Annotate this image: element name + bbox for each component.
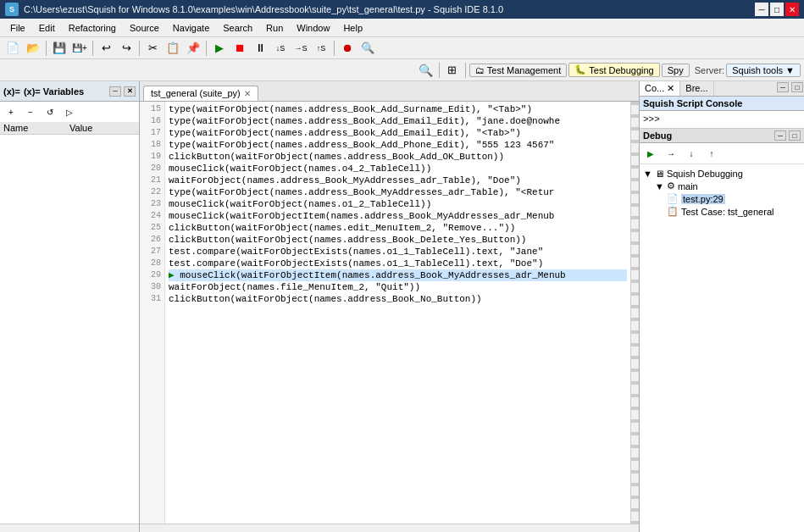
step-over-button[interactable]: →S [291,40,310,57]
testpy-label: test.py:29 [681,194,725,204]
editor-tab-tst-general[interactable]: tst_general (suite_py) ✕ [143,86,258,101]
debug-tree-item-testpy[interactable]: 📄 test.py:29 [667,192,801,205]
debug-minimize-button[interactable]: ─ [774,130,786,141]
search-toolbar-button[interactable]: 🔍 [358,40,377,57]
debug-tree: ▼ 🖥 Squish Debugging ▼ ⚙ main 📄 test.py:… [640,164,804,221]
step-out-button[interactable]: ↑S [312,40,330,57]
variables-toolbar: + − ↺ ▷ [0,102,139,122]
debug-step-over-button[interactable]: → [662,145,680,162]
debug-tree-item-squish-debugging[interactable]: ▼ 🖥 Squish Debugging [643,168,801,180]
code-line[interactable]: clickButton(waitForObject(names.address_… [169,293,627,305]
test-debugging-button[interactable]: 🐛 Test Debugging [568,63,659,77]
editor-vscrollbar[interactable] [630,102,639,524]
code-area: 1516171819202122232425262728293031 type(… [140,102,639,524]
pause-button[interactable]: ⏸ [251,40,269,57]
line-number: 18 [140,139,161,151]
view-icon-button[interactable]: ⊞ [443,62,462,79]
menu-file[interactable]: File [3,21,32,35]
code-line[interactable]: test.compare(waitForObjectExists(names.o… [169,258,627,269]
menu-source[interactable]: Source [123,21,166,35]
vars-refresh-button[interactable]: ↺ [41,103,59,120]
debug-step-into-button[interactable]: ↓ [682,145,701,162]
stop-button[interactable]: ⏹ [230,40,249,57]
save-all-button[interactable]: 💾+ [70,40,89,57]
record-button[interactable]: ⏺ [338,40,357,57]
code-line[interactable]: type(waitForObject(names.address_Book_Ad… [169,103,627,115]
copy-button[interactable]: 📋 [164,40,182,57]
code-editor-content[interactable]: 1516171819202122232425262728293031 type(… [140,102,639,524]
right-panel-tabs: Co... ✕ Bre... ─ □ [640,81,804,97]
script-console-header: Squish Script Console [640,97,804,111]
squish-tools-button[interactable]: Squish tools ▼ [726,64,801,77]
test-management-button[interactable]: 🗂 Test Management [469,64,567,77]
code-line[interactable]: type(waitForObject(names.address_Book_My… [169,186,627,198]
variables-hscrollbar[interactable] [0,524,139,532]
breakpoints-tab[interactable]: Bre... [680,81,713,96]
current-line-arrow: ▶ [169,270,180,280]
right-panel-minimize-button[interactable]: ─ [777,82,789,92]
code-line[interactable]: mouseClick(waitForObject(names.o4_2_Tabl… [169,163,627,175]
code-line[interactable]: type(waitForObject(names.address_Book_Ad… [169,127,627,139]
new-file-button[interactable]: 📄 [3,40,22,57]
debug-tree-item-testcase[interactable]: 📋 Test Case: tst_general [667,205,801,218]
spy-button[interactable]: Spy [662,64,690,77]
minimize-button[interactable]: ─ [755,3,768,16]
debug-resume-button[interactable]: ▶ [641,145,660,162]
menu-help[interactable]: Help [336,21,369,35]
debug-panel-controls: ─ □ [773,130,801,141]
menu-refactoring[interactable]: Refactoring [62,21,123,35]
code-lines-container[interactable]: type(waitForObject(names.address_Book_Ad… [165,102,630,524]
script-console-section: Squish Script Console >>> [640,97,804,129]
console-tab-close[interactable]: ✕ [667,83,674,93]
code-line[interactable]: type(waitForObject(names.address_Book_Ad… [169,115,627,127]
vars-remove-button[interactable]: − [21,103,40,120]
code-line[interactable]: ▶ mouseClick(waitForObjectItem(names.add… [169,269,627,281]
step-into-button[interactable]: ↓S [271,40,290,57]
code-line[interactable]: test.compare(waitForObjectExists(names.o… [169,246,627,258]
code-line[interactable]: mouseClick(waitForObject(names.o1_2_Tabl… [169,198,627,210]
debug-toolbar: ▶ → ↓ ↑ [640,143,804,164]
variables-close-button[interactable]: ✕ [124,86,136,97]
editor-tab-close[interactable]: ✕ [244,89,251,98]
paste-button[interactable]: 📌 [184,40,202,57]
menu-run[interactable]: Run [259,21,290,35]
debug-step-out-button[interactable]: ↑ [702,145,721,162]
line-number: 27 [140,246,161,258]
save-button[interactable]: 💾 [50,40,69,57]
open-button[interactable]: 📂 [24,40,42,57]
code-line[interactable]: clickButton(waitForObject(names.address_… [169,234,627,246]
main-label: main [678,181,698,191]
editor-tab-bar: tst_general (suite_py) ✕ [140,81,639,102]
cut-button[interactable]: ✂ [143,40,162,57]
right-panel-maximize-button[interactable]: □ [791,82,803,92]
undo-button[interactable]: ↩ [97,40,115,57]
debug-tree-item-main[interactable]: ▼ ⚙ main [655,180,801,192]
code-line[interactable]: type(waitForObject(names.address_Book_Ad… [169,139,627,151]
vars-expand-button[interactable]: ▷ [60,103,79,120]
close-button[interactable]: ✕ [785,3,799,16]
menu-search[interactable]: Search [216,21,259,35]
maximize-button[interactable]: □ [770,3,784,16]
line-number: 24 [140,210,161,222]
run-button[interactable]: ▶ [210,40,229,57]
variables-minimize-button[interactable]: ─ [109,86,121,97]
line-numbers: 1516171819202122232425262728293031 [140,102,165,524]
search-icon-button[interactable]: 🔍 [417,62,435,79]
vars-add-button[interactable]: + [2,103,20,120]
debug-label: Debug [643,130,672,141]
debug-icon: 🐛 [574,64,586,75]
menu-navigate[interactable]: Navigate [166,21,216,35]
code-line[interactable]: clickButton(waitForObject(names.address_… [169,151,627,163]
menu-window[interactable]: Window [290,21,336,35]
main-expand-icon: ▼ [655,181,664,191]
debug-maximize-button[interactable]: □ [789,130,801,141]
redo-button[interactable]: ↪ [117,40,136,57]
variables-col-value: Value [69,123,136,133]
code-line[interactable]: clickButton(waitForObject(names.edit_Men… [169,222,627,234]
code-line[interactable]: mouseClick(waitForObjectItem(names.addre… [169,210,627,222]
code-line[interactable]: waitForObject(names.address_Book_MyAddre… [169,175,627,186]
editor-hscrollbar[interactable] [140,524,639,532]
menu-edit[interactable]: Edit [32,21,62,35]
console-tab[interactable]: Co... ✕ [640,81,680,96]
code-line[interactable]: waitForObject(names.file_MenuItem_2, "Qu… [169,281,627,293]
